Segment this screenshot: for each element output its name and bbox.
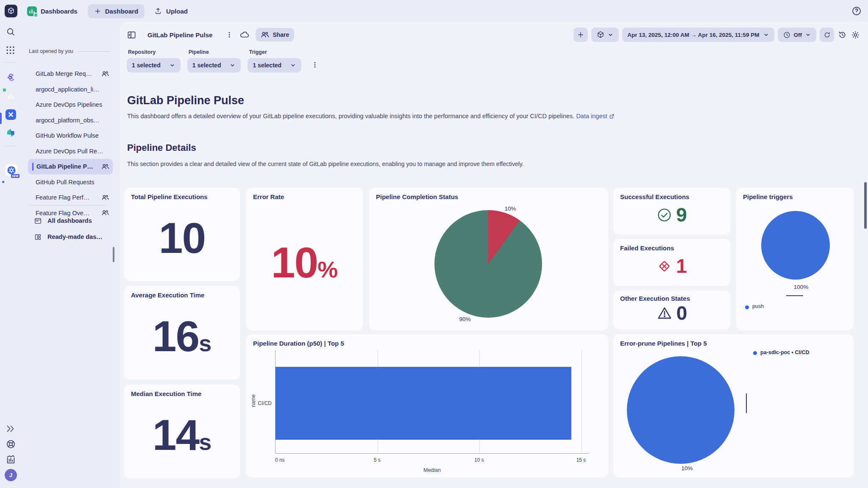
duration-bar[interactable] — [275, 367, 571, 440]
user-avatar[interactable]: J — [5, 469, 17, 481]
sidebar-item-all-dashboards[interactable]: All dashboards — [34, 213, 103, 229]
gridline — [581, 350, 582, 453]
card-title: Error-prune Pipelines | Top 5 — [620, 340, 847, 347]
filter-value: 1 selected — [192, 62, 221, 69]
chevron-down-icon — [169, 62, 175, 69]
sidebar-section-title: Last opened by you — [29, 48, 73, 54]
sync-status-button[interactable] — [239, 30, 250, 40]
sidebar-item[interactable]: Azure DevOps Pipelines — [28, 97, 113, 113]
y-category-label: CI/CD — [254, 400, 272, 406]
sidebar-list: GitLab Merge Req…argocd_application_li…A… — [28, 66, 113, 221]
sidebar-item-label: GitHub Workflow Pulse — [36, 132, 99, 139]
chart-card-pipeline-triggers: Pipeline triggers 100% push — [736, 188, 854, 330]
legend-label[interactable]: pa-sdlc-poc • CI/CD — [760, 349, 810, 355]
version-history-button[interactable] — [837, 30, 847, 40]
completion-pie[interactable] — [434, 210, 542, 318]
filter-dropdown[interactable]: 1 selected — [127, 58, 181, 72]
filter-dropdown[interactable]: 1 selected — [248, 58, 301, 72]
auto-refresh-value: Off — [794, 32, 802, 38]
analytics-icon[interactable] — [6, 454, 16, 465]
support-icon[interactable] — [6, 439, 16, 449]
filters-menu-button[interactable] — [311, 61, 319, 69]
dashboard-title: GitLab Pipeline Pulse — [147, 31, 212, 39]
filter-dropdown[interactable]: 1 selected — [187, 58, 241, 72]
nav-dashboards[interactable]: Dashboards — [27, 6, 78, 16]
catalog-icon[interactable] — [6, 72, 16, 83]
shared-users-icon — [101, 164, 109, 170]
view-selector-button[interactable] — [591, 28, 619, 42]
kpi-card-other-states: Other Execution States 0 — [613, 291, 730, 330]
new-dashboard-button[interactable]: Dashboard — [88, 4, 145, 18]
azure-devops-icon[interactable] — [6, 128, 16, 140]
sidebar-item-label: GitHub Pull Requests — [36, 179, 95, 186]
filter-label: Repository — [128, 49, 181, 55]
add-widget-button[interactable] — [573, 28, 588, 42]
sidebar-item-label: argocd_platform_obs… — [36, 117, 100, 124]
sidebar-item[interactable]: GitHub Pull Requests — [28, 175, 113, 190]
sidebar-item[interactable]: argocd_platform_obs… — [28, 113, 113, 128]
sidebar: Last opened by you GitLab Merge Req…argo… — [21, 22, 120, 488]
sidebar-item-ready-made[interactable]: Ready-made das… — [34, 229, 103, 245]
kpi-card-total-executions: Total Pipeline Executions 10 — [124, 188, 240, 281]
share-label: Share — [273, 31, 289, 38]
refresh-button[interactable] — [820, 28, 834, 42]
x-tick-label: 0 ns — [275, 457, 285, 463]
dashboard-header-actions: Apr 13, 2025, 12:00 AM → Apr 16, 2025, 1… — [573, 28, 860, 42]
filter-group: Repository1 selected — [127, 49, 181, 72]
page-scrollbar[interactable] — [864, 182, 867, 229]
upload-icon — [154, 7, 162, 15]
kubernetes-icon[interactable]: NEW — [6, 164, 17, 176]
sidebar-item[interactable]: GitLab Merge Req… — [28, 66, 113, 82]
port-logo[interactable] — [5, 5, 17, 17]
help-icon — [851, 6, 862, 17]
refresh-icon — [823, 31, 831, 39]
card-title: Other Execution States — [620, 295, 723, 302]
share-button[interactable]: Share — [256, 28, 294, 42]
help-button[interactable] — [851, 6, 862, 17]
sidebar-scrollbar[interactable] — [113, 247, 114, 262]
shared-users-icon — [101, 71, 109, 77]
sidebar-item[interactable]: Azure DevOps Pull Re… — [28, 144, 113, 159]
workflows-icon[interactable] — [6, 109, 16, 120]
triggers-pie[interactable] — [761, 211, 830, 280]
kpi-value: 16 — [153, 312, 199, 360]
auto-refresh-selector[interactable]: Off — [778, 28, 817, 42]
legend-dot — [753, 351, 757, 355]
upload-button[interactable]: Upload — [154, 7, 188, 15]
sidebar-item-label: argocd_application_li… — [36, 86, 100, 93]
search-icon[interactable] — [6, 27, 16, 37]
errorprone-pie[interactable] — [627, 356, 734, 464]
apps-grid-icon[interactable] — [6, 45, 15, 55]
sidebar-divider — [29, 205, 105, 205]
collapse-panel-icon — [127, 30, 136, 40]
legend-label[interactable]: push — [752, 303, 764, 309]
rail-divider — [5, 62, 16, 63]
external-link-icon — [609, 113, 615, 119]
filter-label: Trigger — [249, 49, 301, 55]
sidebar-item[interactable]: argocd_application_li… — [28, 82, 113, 97]
kpi-card-successful: Successful Executions 9 — [613, 188, 730, 235]
history-icon — [837, 30, 847, 40]
warning-triangle-icon — [657, 305, 673, 321]
chevron-down-icon — [290, 62, 296, 69]
pie-value-label: 100% — [794, 284, 809, 290]
settings-button[interactable] — [851, 30, 860, 40]
dashboard-menu-button[interactable] — [225, 30, 234, 39]
filter-value: 1 selected — [253, 62, 281, 69]
sidebar-item[interactable]: GitLab Pipeline P… — [28, 159, 113, 175]
kpi-value: 10 — [159, 216, 205, 260]
pie-slice-label: 90% — [459, 316, 470, 322]
chevron-down-icon — [229, 62, 236, 69]
pie-value-label: 10% — [681, 465, 693, 471]
icon-rail: NEW J — [0, 22, 21, 488]
data-ingest-link[interactable]: Data ingest — [576, 113, 607, 119]
card-title: Pipeline Completion Status — [376, 193, 601, 200]
card-title: Pipeline triggers — [743, 193, 847, 200]
date-range-picker[interactable]: Apr 13, 2025, 12:00 AM → Apr 16, 2025, 1… — [622, 28, 774, 42]
sidebar-item[interactable]: GitHub Workflow Pulse — [28, 128, 113, 144]
sidebar-item[interactable]: Feature Flag Perf… — [28, 190, 113, 205]
expand-sidebar-icon[interactable] — [6, 424, 16, 434]
collapse-sidebar-button[interactable] — [127, 30, 136, 40]
sidebar-item-label: Ready-made das… — [47, 233, 103, 240]
page-description: This dashboard offers a detailed overvie… — [127, 113, 615, 119]
